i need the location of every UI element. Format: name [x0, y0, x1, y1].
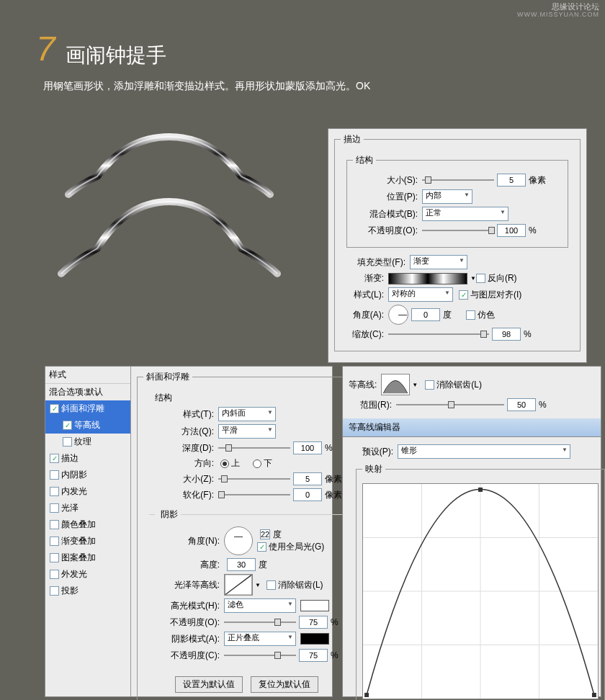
scale-slider[interactable]: [388, 328, 489, 340]
scale-value[interactable]: 98: [492, 328, 521, 341]
styles-header: 样式: [45, 367, 130, 384]
step-number: 7: [36, 29, 55, 68]
style-item-label: 渐变叠加: [61, 535, 96, 547]
fill-type-select[interactable]: 渐变: [410, 255, 467, 269]
stroke-legend: 描边: [341, 133, 364, 145]
highlight-mode-label: 高光模式(H):: [155, 600, 220, 612]
curve-editor[interactable]: [362, 483, 599, 699]
style-checkbox[interactable]: [50, 503, 59, 513]
range-value[interactable]: 50: [507, 398, 536, 411]
opacity-value[interactable]: 100: [497, 224, 526, 237]
position-select[interactable]: 内部: [422, 189, 472, 204]
range-slider[interactable]: [396, 399, 504, 410]
bv-altitude-label: 高度:: [155, 559, 220, 571]
contour-antialias-checkbox[interactable]: [425, 380, 434, 390]
size-label: 大小(S):: [353, 174, 418, 187]
highlight-mode-select[interactable]: 滤色: [224, 598, 296, 613]
bv-angle-label: 角度(N):: [155, 535, 220, 547]
stroke-panel: 描边 结构 大小(S): 5 像素 位置(P): 内部 混合模式(B): 正常 …: [328, 128, 587, 363]
style-checkbox[interactable]: ✓: [50, 404, 59, 413]
mapping-legend: 映射: [362, 463, 385, 475]
style-checkbox[interactable]: [50, 470, 59, 480]
blend-options-item[interactable]: 混合选项:默认: [45, 384, 130, 400]
dither-checkbox[interactable]: [466, 310, 475, 320]
bv-technique-select[interactable]: 平滑: [218, 424, 276, 439]
gloss-contour-picker[interactable]: [224, 574, 253, 596]
stroke-fieldset: 描边 结构 大小(S): 5 像素 位置(P): 内部 混合模式(B): 正常 …: [334, 133, 581, 351]
style-item-5[interactable]: 内发光: [45, 483, 130, 500]
blend-label: 混合模式(B):: [353, 208, 418, 220]
stroke-structure: 结构 大小(S): 5 像素 位置(P): 内部 混合模式(B): 正常 不透明…: [346, 154, 568, 248]
style-checkbox[interactable]: [50, 487, 59, 496]
align-checkbox[interactable]: ✓: [459, 290, 468, 300]
reset-default-button[interactable]: 复位为默认值: [251, 676, 318, 693]
style-item-9[interactable]: 图案叠加: [45, 549, 130, 566]
contour-picker[interactable]: [381, 374, 410, 395]
style-item-0[interactable]: ✓斜面和浮雕: [45, 400, 130, 417]
gradient-editor[interactable]: [388, 273, 467, 284]
svg-rect-10: [592, 693, 596, 697]
bv-technique-label: 方法(Q):: [149, 426, 214, 438]
style-item-10[interactable]: 外发光: [45, 566, 130, 583]
shadow-opacity-value[interactable]: 75: [299, 649, 328, 662]
shadow-opacity-slider[interactable]: [224, 650, 296, 661]
blend-select[interactable]: 正常: [422, 207, 508, 221]
size-slider[interactable]: [422, 174, 494, 186]
direction-down-radio[interactable]: [253, 459, 261, 468]
highlight-color[interactable]: [300, 600, 329, 611]
style-checkbox[interactable]: ✓: [50, 454, 59, 463]
bevel-shadow: 阴影 角度(N):22度✓使用全局光(G) 高度:30度 光泽等高线:▼消除锯齿…: [149, 508, 344, 672]
style-item-8[interactable]: 渐变叠加: [45, 533, 130, 549]
style-checkbox[interactable]: [50, 570, 59, 579]
style-item-label: 内阴影: [61, 469, 87, 481]
gloss-contour-label: 光泽等高线:: [155, 579, 220, 591]
global-light-checkbox[interactable]: ✓: [257, 542, 266, 552]
direction-up-radio[interactable]: [220, 459, 229, 468]
opacity-slider[interactable]: [422, 225, 494, 236]
style-checkbox[interactable]: [50, 520, 59, 529]
size-value[interactable]: 5: [497, 174, 526, 187]
style-checkbox[interactable]: ✓: [63, 421, 72, 430]
contour-editor-title: 等高线编辑器: [343, 418, 601, 437]
style-checkbox[interactable]: [63, 437, 72, 447]
bv-size-value[interactable]: 5: [293, 472, 322, 485]
bv-size-slider[interactable]: [218, 473, 290, 485]
opacity-unit: %: [529, 225, 537, 235]
reverse-checkbox[interactable]: [476, 274, 485, 283]
style-item-2[interactable]: 纹理: [45, 434, 130, 450]
style-item-4[interactable]: 内阴影: [45, 467, 130, 483]
style-item-11[interactable]: 投影: [45, 583, 130, 599]
bv-depth-slider[interactable]: [218, 442, 290, 454]
dither-label: 仿色: [478, 309, 495, 321]
style-item-6[interactable]: 光泽: [45, 500, 130, 516]
bv-soften-value[interactable]: 0: [293, 488, 322, 501]
bv-soften-slider[interactable]: [218, 489, 290, 501]
style-item-1[interactable]: ✓等高线: [45, 417, 130, 434]
bevel-legend: 斜面和浮雕: [143, 371, 192, 383]
bv-altitude-value[interactable]: 30: [227, 558, 256, 571]
bv-angle-dial[interactable]: [224, 526, 253, 555]
style-checkbox[interactable]: [50, 537, 59, 546]
bv-style-label: 样式(T):: [149, 408, 214, 421]
preset-select[interactable]: 锥形: [398, 444, 570, 459]
angle-dial[interactable]: [388, 305, 408, 325]
make-default-button[interactable]: 设置为默认值: [175, 676, 243, 693]
highlight-opacity-slider[interactable]: [224, 616, 296, 628]
step-title: 画闹钟提手: [66, 42, 166, 69]
antialias-checkbox[interactable]: [266, 580, 276, 590]
bv-depth-label: 深度(D):: [149, 442, 214, 454]
bv-angle-value[interactable]: 22: [260, 529, 270, 539]
bv-depth-value[interactable]: 100: [293, 441, 322, 454]
shadow-color[interactable]: [300, 633, 329, 645]
angle-value[interactable]: 0: [411, 308, 440, 321]
style-select[interactable]: 对称的: [388, 287, 453, 302]
shadow-mode-select[interactable]: 正片叠底: [224, 632, 296, 646]
style-checkbox[interactable]: [50, 553, 59, 562]
highlight-opacity-value[interactable]: 75: [299, 616, 328, 629]
bv-style-select[interactable]: 内斜面: [218, 407, 276, 421]
style-checkbox[interactable]: [50, 586, 59, 596]
align-label: 与图层对齐(I): [470, 289, 521, 301]
style-item-3[interactable]: ✓描边: [45, 450, 130, 467]
svg-rect-8: [364, 693, 369, 697]
style-item-7[interactable]: 颜色叠加: [45, 516, 130, 533]
